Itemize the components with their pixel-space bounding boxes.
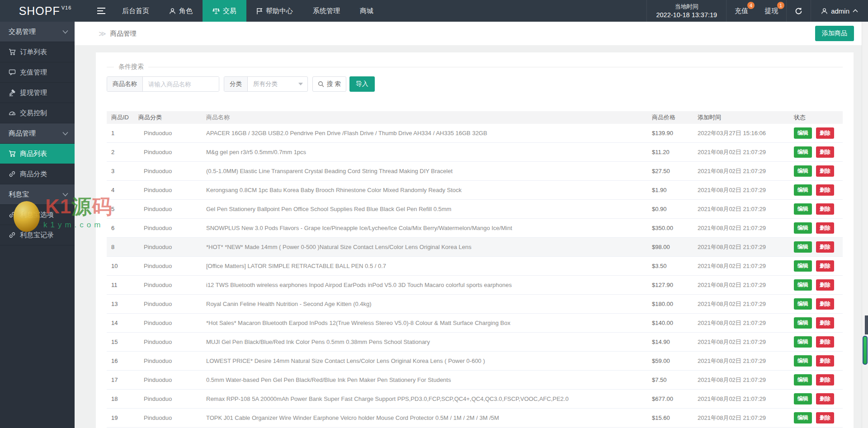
edit-button[interactable]: 编辑	[794, 355, 812, 367]
logo-text: SHOPF	[19, 5, 60, 18]
product-name-cell: Remax RPP-108 5A 20000mAh Power Bank Sup…	[202, 395, 649, 402]
edit-button[interactable]: 编辑	[794, 241, 812, 253]
edit-button[interactable]: 编辑	[794, 165, 812, 177]
product-price-cell: $98.00	[649, 244, 697, 250]
delete-button[interactable]: 删除	[816, 146, 834, 158]
product-date-cell: 2021年08月02日 21:07:29	[697, 414, 794, 422]
edit-button[interactable]: 编辑	[794, 222, 812, 234]
category-group: 分类 所有分类	[224, 76, 308, 92]
delete-button[interactable]: 删除	[816, 374, 834, 386]
product-id-cell: 16	[107, 357, 134, 364]
edit-button[interactable]: 编辑	[794, 260, 812, 272]
edit-button[interactable]: 编辑	[794, 393, 812, 404]
sidebar-group-lixibao[interactable]: 利息宝	[0, 184, 75, 205]
delete-button[interactable]: 删除	[816, 336, 834, 348]
delete-button[interactable]: 删除	[816, 298, 834, 310]
product-price-cell: $677.00	[649, 395, 697, 402]
product-price-cell: $14.90	[649, 339, 697, 345]
nav-mall[interactable]: 商城	[350, 0, 383, 22]
scales-icon	[212, 7, 220, 14]
refresh-icon	[795, 7, 802, 15]
menu-toggle-icon[interactable]	[90, 0, 112, 22]
withdraw-link[interactable]: 提现 1	[756, 0, 786, 22]
sidebar-group-transaction-management[interactable]: 交易管理	[0, 22, 75, 42]
chevron-up-icon	[853, 9, 858, 13]
nav-backend-home[interactable]: 后台首页	[112, 0, 159, 22]
product-category-cell: Pinduoduo	[134, 414, 202, 421]
product-date-cell: 2021年08月02日 21:07:29	[697, 395, 794, 403]
delete-button[interactable]: 删除	[816, 393, 834, 404]
product-id-cell: 4	[107, 187, 134, 193]
category-select[interactable]: 所有分类	[248, 77, 307, 91]
sidebar-item-label: 交易控制	[20, 109, 47, 118]
product-price-cell: $15.60	[649, 414, 697, 421]
edit-button[interactable]: 编辑	[794, 184, 812, 196]
edit-button[interactable]: 编辑	[794, 146, 812, 158]
recharge-link[interactable]: 充值 4	[726, 0, 756, 22]
edit-button[interactable]: 编辑	[794, 336, 812, 348]
import-button[interactable]: 导入	[349, 76, 375, 92]
search-button[interactable]: 搜 索	[312, 76, 346, 92]
product-name-input[interactable]	[143, 77, 219, 91]
delete-button[interactable]: 删除	[816, 412, 834, 423]
sidebar-item-transaction-control[interactable]: 交易控制	[0, 103, 75, 123]
product-price-cell: $59.00	[649, 357, 697, 364]
delete-button[interactable]: 删除	[816, 184, 834, 196]
nav-transactions[interactable]: 交易	[203, 0, 246, 22]
edit-button[interactable]: 编辑	[794, 127, 812, 139]
sidebar-item-lixibao-records[interactable]: 利息宝记录	[0, 225, 75, 245]
product-price-cell: $127.90	[649, 282, 697, 288]
nav-system-management[interactable]: 系统管理	[303, 0, 350, 22]
product-category-cell: Pinduoduo	[134, 168, 202, 174]
product-category-cell: Pinduoduo	[134, 376, 202, 383]
delete-button[interactable]: 删除	[816, 241, 834, 253]
topbar: SHOPFV16 后台首页 角色 交易 帮助中心 系统管理 商城 当地时间 20…	[0, 0, 868, 22]
scrollbar-dark-segment	[865, 315, 868, 334]
delete-button[interactable]: 删除	[816, 127, 834, 139]
nav-help-center[interactable]: 帮助中心	[246, 0, 303, 22]
edit-button[interactable]: 编辑	[794, 203, 812, 215]
sidebar-item-product-list[interactable]: 商品列表	[0, 144, 75, 164]
sidebar-item-label: 商品分类	[20, 170, 47, 179]
edit-button[interactable]: 编辑	[794, 279, 812, 291]
product-actions-cell: 编辑 删除	[794, 146, 843, 158]
header-status: 状态	[794, 113, 843, 122]
admin-menu[interactable]: admin	[811, 0, 868, 22]
product-category-cell: Pinduoduo	[134, 149, 202, 155]
sidebar-item-lixibao-options[interactable]: 利息宝选项	[0, 205, 75, 225]
product-category-cell: Pinduoduo	[134, 244, 202, 250]
sidebar-group-product-management[interactable]: 商品管理	[0, 123, 75, 144]
delete-button[interactable]: 删除	[816, 317, 834, 329]
product-category-cell: Pinduoduo	[134, 395, 202, 402]
product-category-cell: Pinduoduo	[134, 263, 202, 269]
local-time-label: 当地时间	[675, 3, 698, 11]
product-price-cell: $27.50	[649, 168, 697, 174]
delete-button[interactable]: 删除	[816, 279, 834, 291]
cart-icon	[9, 150, 16, 157]
edit-button[interactable]: 编辑	[794, 298, 812, 310]
delete-button[interactable]: 删除	[816, 222, 834, 234]
product-price-cell: $180.00	[649, 301, 697, 307]
scrollbar-track[interactable]	[862, 22, 868, 428]
sidebar-item-withdraw-management[interactable]: 提现管理	[0, 83, 75, 103]
product-name-cell: TOPK J01 Cable Organizer Wire Winder Ear…	[202, 414, 649, 421]
top-nav: 后台首页 角色 交易 帮助中心 系统管理 商城	[112, 0, 383, 22]
delete-button[interactable]: 删除	[816, 203, 834, 215]
edit-button[interactable]: 编辑	[794, 317, 812, 329]
edit-button[interactable]: 编辑	[794, 374, 812, 386]
scrollbar-thumb[interactable]	[863, 336, 868, 365]
delete-button[interactable]: 删除	[816, 355, 834, 367]
chevron-down-icon	[62, 193, 68, 197]
sidebar-item-order-list[interactable]: 订单列表	[0, 42, 75, 62]
nav-roles[interactable]: 角色	[159, 0, 203, 22]
refresh-button[interactable]	[786, 0, 811, 22]
delete-button[interactable]: 删除	[816, 260, 834, 272]
sidebar-item-label: 提现管理	[20, 89, 47, 97]
table-row: 2 Pinduoduo M&g gel pen r3/r5 0.5mm/0.7m…	[107, 143, 843, 162]
edit-button[interactable]: 编辑	[794, 412, 812, 423]
table-row: 13 Pinduoduo Royal Canin Feline Health N…	[107, 295, 843, 314]
add-product-button[interactable]: 添加商品	[815, 26, 854, 41]
sidebar-item-recharge-management[interactable]: 充值管理	[0, 62, 75, 83]
delete-button[interactable]: 删除	[816, 165, 834, 177]
sidebar-item-product-category[interactable]: 商品分类	[0, 164, 75, 184]
